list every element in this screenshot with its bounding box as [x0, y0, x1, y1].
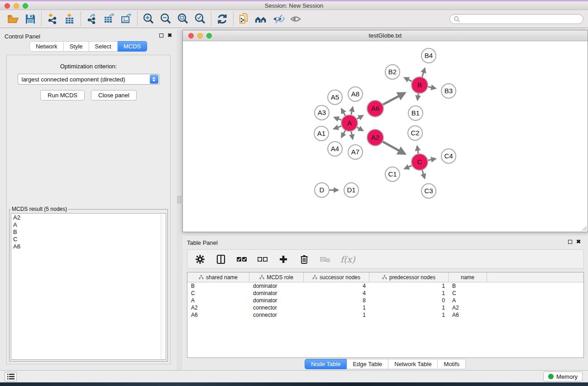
memory-label: Memory	[556, 373, 578, 380]
network-canvas[interactable]: B4B2BB3A8A5A6A3B1AA1C2A2A4A7C4CC1DD1C3	[183, 41, 588, 232]
graph-node-C1[interactable]: C1	[385, 167, 400, 181]
network-graph[interactable]: B4B2BB3A8A5A6A3B1AA1C2A2A4A7C4CC1DD1C3	[183, 41, 588, 232]
memory-status-icon	[548, 374, 554, 379]
close-panel-button[interactable]: Close panel	[91, 90, 137, 100]
resize-grip-icon[interactable]	[581, 225, 587, 231]
graph-node-B2[interactable]: B2	[385, 65, 400, 79]
zoom-window-button[interactable]	[23, 3, 28, 9]
tab-motifs[interactable]: Motifs	[438, 359, 466, 369]
graph-node-D[interactable]: D	[315, 183, 329, 197]
split-columns-button[interactable]	[215, 254, 226, 265]
show-all-button[interactable]	[287, 11, 305, 27]
column-header-predecessor-nodes[interactable]: predecessor nodes	[369, 272, 449, 282]
panel-splitter[interactable]	[177, 29, 182, 372]
export-image-button[interactable]	[118, 11, 135, 27]
close-table-panel-icon[interactable]: ✖	[576, 239, 581, 244]
save-session-button[interactable]	[22, 11, 39, 27]
search-box[interactable]	[449, 14, 583, 24]
table-row[interactable]: B dominator 4 1 B	[187, 282, 583, 290]
application-window: Session: New Session	[0, 1, 588, 382]
graph-node-A4[interactable]: A4	[328, 142, 342, 156]
graph-node-A3[interactable]: A3	[315, 105, 329, 120]
delete-column-button[interactable]	[299, 254, 310, 265]
mcds-result-item[interactable]: C	[13, 236, 166, 243]
open-file-button[interactable]	[5, 11, 22, 27]
search-input[interactable]	[462, 16, 579, 22]
gear-button[interactable]	[195, 254, 206, 265]
import-network-button[interactable]	[44, 11, 61, 27]
graph-node-C2[interactable]: C2	[408, 126, 422, 140]
splitter-handle[interactable]	[177, 196, 181, 203]
graph-node-C4[interactable]: C4	[441, 149, 456, 163]
first-neighbors-icon	[254, 13, 269, 25]
graph-node-A6[interactable]: A6	[367, 100, 383, 117]
graph-node-C[interactable]: C	[411, 154, 428, 170]
delete-table-button[interactable]	[320, 254, 330, 265]
tab-style[interactable]: Style	[64, 41, 89, 52]
zoom-selected-button[interactable]	[191, 11, 209, 27]
add-column-button[interactable]	[278, 254, 289, 265]
dropdown-stepper-icon	[150, 75, 158, 84]
zoom-fit-button[interactable]	[174, 11, 191, 27]
graph-node-A2[interactable]: A2	[367, 129, 383, 146]
graph-node-A8[interactable]: A8	[348, 87, 363, 101]
tab-mcds[interactable]: MCDS	[118, 41, 147, 52]
table-row[interactable]: C dominator 4 1 C	[187, 290, 583, 297]
criterion-dropdown[interactable]: largest connected component (directed)	[18, 74, 160, 85]
network-from-selection-button[interactable]	[236, 11, 253, 27]
refresh-button[interactable]	[214, 11, 231, 27]
graph-node-B4[interactable]: B4	[421, 48, 436, 63]
graph-node-A1[interactable]: A1	[314, 126, 329, 141]
list-scrollbar[interactable]	[161, 214, 166, 359]
hide-selected-button[interactable]	[270, 11, 287, 27]
deselect-all-button[interactable]	[257, 254, 268, 265]
table-row[interactable]: A2 connector 1 1 A2	[187, 304, 583, 311]
function-builder-button[interactable]: f(x)	[340, 254, 355, 264]
column-header-successor-nodes[interactable]: successor nodes	[304, 272, 369, 282]
minimize-window-button[interactable]	[14, 3, 19, 9]
float-panel-icon[interactable]	[159, 33, 163, 38]
graph-node-A[interactable]: A	[341, 115, 358, 131]
zoom-network-button[interactable]	[206, 33, 212, 38]
first-neighbors-button[interactable]	[253, 11, 270, 27]
column-header-shared-name[interactable]: shared name	[187, 272, 249, 282]
graph-node-D1[interactable]: D1	[344, 183, 359, 197]
tab-node-table[interactable]: Node Table	[305, 359, 347, 369]
column-header-mcds-role[interactable]: MCDS role	[249, 272, 304, 282]
graph-node-B1[interactable]: B1	[408, 106, 423, 120]
task-history-button[interactable]	[5, 372, 17, 381]
tab-network-table[interactable]: Network Table	[388, 359, 438, 369]
memory-button[interactable]: Memory	[543, 372, 583, 381]
select-all-button[interactable]	[236, 254, 247, 265]
export-table-button[interactable]	[100, 11, 118, 27]
network-window-titlebar[interactable]: testGlobe.txt	[183, 30, 588, 41]
float-table-panel-icon[interactable]	[568, 240, 572, 244]
close-panel-icon[interactable]: ✖	[167, 33, 172, 38]
toolbar-separator	[137, 12, 138, 26]
tab-network[interactable]: Network	[29, 41, 64, 52]
mcds-result-item[interactable]: B	[13, 229, 166, 236]
column-header-name[interactable]: name	[449, 272, 487, 282]
graph-node-B[interactable]: B	[411, 77, 428, 93]
export-network-button[interactable]	[83, 11, 100, 27]
graph-node-B3[interactable]: B3	[441, 84, 456, 98]
table-row[interactable]: A dominator 8 0 A	[187, 297, 583, 304]
mcds-result-item[interactable]: A2	[13, 214, 166, 221]
graph-node-A5[interactable]: A5	[328, 90, 342, 105]
tab-select[interactable]: Select	[89, 41, 118, 52]
mcds-result-list[interactable]: A2 A B C A6	[11, 213, 166, 360]
toolbar-separator	[81, 12, 81, 26]
mcds-result-item[interactable]: A	[13, 221, 166, 229]
table-row[interactable]: A6 connector 1 1 A6	[187, 311, 583, 319]
tab-edge-table[interactable]: Edge Table	[347, 359, 388, 369]
run-mcds-button[interactable]: Run MCDS	[40, 90, 85, 100]
zoom-in-button[interactable]	[140, 11, 157, 27]
graph-node-A7[interactable]: A7	[348, 145, 363, 159]
import-table-button[interactable]	[61, 11, 78, 27]
minimize-network-button[interactable]	[197, 33, 203, 38]
graph-node-C3[interactable]: C3	[421, 184, 436, 198]
zoom-out-button[interactable]	[157, 11, 174, 27]
mcds-result-item[interactable]: A6	[13, 243, 166, 250]
close-window-button[interactable]	[5, 3, 10, 9]
close-network-button[interactable]	[188, 33, 194, 38]
